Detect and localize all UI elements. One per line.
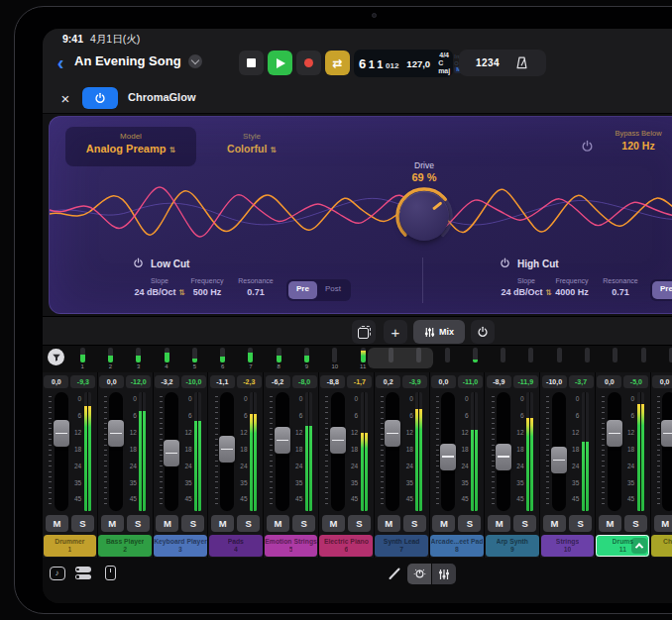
faders-view-button[interactable]	[432, 564, 456, 584]
bridge-viewport-highlight[interactable]	[368, 348, 433, 368]
model-selector[interactable]: Model Analog Preamp ⇅	[65, 127, 196, 166]
mute-button[interactable]: M	[432, 515, 455, 532]
track-tag[interactable]: Bass Player2	[98, 535, 152, 557]
bridge-slot[interactable]: 3	[125, 346, 153, 372]
close-icon[interactable]: ×	[56, 89, 74, 107]
mixer-power-button[interactable]	[471, 320, 495, 344]
track-tag[interactable]: Pads4	[209, 535, 263, 557]
high-cut-frequency[interactable]: Frequency 4000 Hz	[542, 277, 602, 297]
bridge-slot[interactable]	[545, 346, 573, 372]
mix-view-button[interactable]: Mix	[413, 320, 465, 344]
track-tag[interactable]: Keyboard Player3	[154, 535, 207, 557]
duplicate-button[interactable]	[352, 320, 376, 344]
fader-handle[interactable]	[108, 420, 124, 447]
bridge-slot[interactable]	[433, 346, 461, 372]
solo-button[interactable]: S	[237, 515, 260, 532]
low-cut-resonance[interactable]: Resonance 0.71	[231, 277, 280, 297]
volume-value[interactable]: 0,0	[597, 375, 621, 388]
mute-button[interactable]: M	[654, 515, 672, 532]
fader-handle[interactable]	[607, 420, 622, 447]
song-title-menu[interactable]: An Evening Song	[74, 53, 202, 68]
fader-handle[interactable]	[275, 427, 290, 454]
solo-button[interactable]: S	[403, 515, 426, 532]
mute-button[interactable]: M	[322, 515, 345, 532]
fader-handle[interactable]	[219, 436, 235, 463]
track-tag[interactable]: Electric Piano6	[319, 535, 373, 557]
solo-button[interactable]: S	[569, 515, 592, 532]
bridge-slot[interactable]	[489, 346, 516, 372]
record-button[interactable]	[296, 51, 321, 75]
mute-button[interactable]: M	[378, 515, 400, 532]
collapse-chevron-button[interactable]	[631, 538, 647, 554]
bridge-slot[interactable]: 9	[292, 346, 320, 372]
volume-value[interactable]: -8,8	[320, 375, 345, 388]
back-button[interactable]: ‹	[51, 50, 70, 75]
mute-button[interactable]: M	[488, 515, 510, 532]
track-tag[interactable]: Chorus V12	[651, 535, 672, 557]
bypass-below-control[interactable]: Bypass Below 120 Hz	[601, 129, 672, 152]
fader-handle[interactable]	[54, 420, 69, 447]
volume-value[interactable]: 0,0	[652, 375, 672, 388]
bridge-slot[interactable]: 2	[96, 346, 124, 372]
pre-button[interactable]: Pre	[288, 281, 317, 299]
volume-value[interactable]: -6,2	[266, 375, 290, 388]
bridge-slot[interactable]	[602, 346, 629, 372]
volume-value[interactable]: -8,9	[487, 375, 511, 388]
bridge-slot[interactable]: 4	[153, 346, 180, 372]
low-cut-power-button[interactable]	[133, 258, 144, 268]
fader-track[interactable]	[331, 392, 345, 511]
loops-browser-button[interactable]: ♪	[49, 565, 65, 581]
pre-button[interactable]: Pre	[652, 281, 672, 299]
bridge-slot[interactable]: 7	[237, 346, 265, 372]
fader-track[interactable]	[552, 392, 566, 511]
play-surface-button[interactable]	[102, 565, 119, 581]
stop-button[interactable]	[239, 51, 264, 75]
solo-button[interactable]: S	[624, 515, 647, 532]
bridge-slot[interactable]	[573, 346, 601, 372]
level-control[interactable]: Level 0.0	[664, 129, 672, 152]
bridge-slot[interactable]: 6	[208, 346, 236, 372]
solo-button[interactable]: S	[348, 515, 371, 532]
fader-track[interactable]	[386, 392, 399, 511]
drive-knob[interactable]	[392, 184, 456, 248]
plugin-power-button[interactable]	[82, 87, 118, 109]
solo-button[interactable]: S	[513, 515, 536, 532]
fader-handle[interactable]	[385, 420, 400, 447]
metronome-icon[interactable]	[514, 55, 529, 70]
fader-handle[interactable]	[440, 444, 456, 470]
filter-tracks-button[interactable]	[48, 349, 64, 365]
high-cut-resonance[interactable]: Resonance 0.71	[596, 277, 645, 297]
style-selector[interactable]: Style Colorful ⇅	[204, 127, 299, 166]
fader-track[interactable]	[497, 392, 510, 511]
track-tag[interactable]: Emotion Strings5	[265, 535, 318, 557]
bypass-power-button[interactable]	[581, 140, 594, 153]
add-track-button[interactable]: +	[384, 320, 407, 344]
track-tag[interactable]: Arp Synth9	[486, 535, 539, 557]
lcd-display[interactable]: 6 1 1 012 127,0 4/4 C maj	[354, 50, 453, 77]
solo-button[interactable]: S	[127, 515, 150, 532]
mute-button[interactable]: M	[101, 515, 124, 532]
fader-track[interactable]	[55, 392, 68, 511]
controls-view-button[interactable]	[407, 564, 431, 584]
fader-track[interactable]	[276, 392, 289, 511]
volume-value[interactable]: 0,0	[99, 375, 124, 388]
fader-track[interactable]	[109, 392, 123, 511]
mute-button[interactable]: M	[543, 515, 566, 532]
mute-button[interactable]: M	[46, 515, 68, 532]
fader-track[interactable]	[220, 392, 234, 511]
volume-value[interactable]: -10,0	[542, 375, 567, 388]
fader-handle[interactable]	[164, 440, 179, 466]
mute-button[interactable]: M	[211, 515, 234, 532]
fader-track[interactable]	[608, 392, 621, 511]
mute-button[interactable]: M	[156, 515, 178, 532]
solo-button[interactable]: S	[458, 515, 481, 532]
track-tag[interactable]: Strings10	[541, 535, 595, 557]
volume-value[interactable]: -1,1	[210, 375, 235, 388]
solo-button[interactable]: S	[71, 515, 94, 532]
fader-handle[interactable]	[330, 427, 346, 454]
track-tag[interactable]: Drummer1	[44, 535, 97, 557]
mute-button[interactable]: M	[599, 515, 621, 532]
count-in-button[interactable]: 1234	[476, 57, 500, 68]
mute-button[interactable]: M	[267, 515, 289, 532]
low-cut-frequency[interactable]: Frequency 500 Hz	[177, 277, 237, 297]
